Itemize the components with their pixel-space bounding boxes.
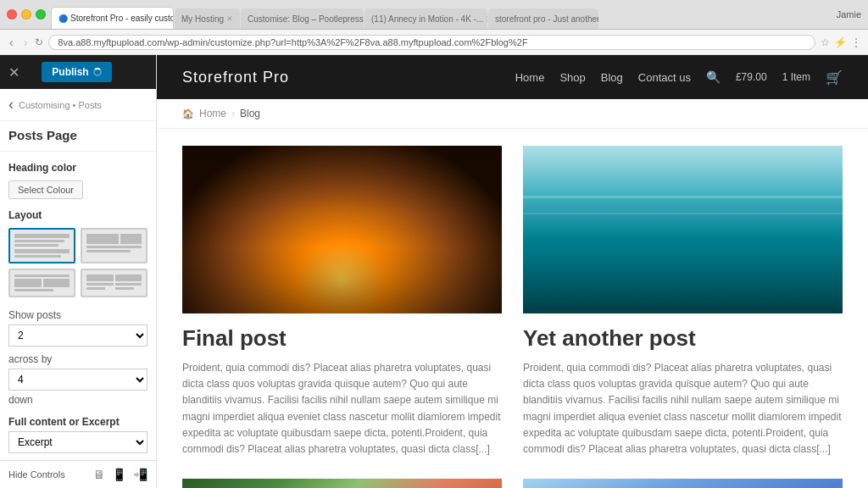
customizer-breadcrumb: ‹ Customising • Posts (0, 89, 156, 121)
layout-option-3[interactable] (8, 269, 75, 297)
layout-options-grid (8, 228, 147, 297)
publish-label: Publish (52, 66, 88, 78)
post-4-image[interactable] (523, 479, 843, 488)
mobile-icon[interactable]: 📲 (133, 468, 147, 481)
layout-option-1[interactable] (8, 228, 75, 263)
blog-content: Final post Proident, quia commodi dis? P… (157, 129, 868, 488)
show-posts-select[interactable]: 2 (8, 324, 147, 347)
traffic-light-yellow[interactable] (21, 9, 31, 19)
traffic-light-red[interactable] (7, 9, 17, 19)
breadcrumb-home-icon: 🏠 (182, 108, 194, 119)
post-1-title[interactable]: Final post (182, 325, 502, 352)
browser-tabs: 🔵 Storefront Pro - easily custo... ✕ My … (51, 0, 826, 29)
user-label: Jamie (837, 9, 861, 19)
post-3-image[interactable] (182, 479, 502, 488)
publish-button[interactable]: Publish (42, 62, 111, 82)
tablet-icon[interactable]: 📱 (112, 468, 126, 481)
excerpt-select[interactable]: Excerpt (8, 431, 147, 453)
browser-toolbar-icons: ☆ ⚡ ⋮ (821, 36, 861, 48)
extensions-icon[interactable]: ⚡ (834, 36, 847, 48)
site-header: Storefront Pro Home Shop Blog Contact us… (157, 55, 868, 99)
post-item-2: Yet another post Proident, quia commodi … (523, 146, 843, 458)
heading-color-label: Heading color (8, 162, 147, 174)
site-nav: Home Shop Blog Contact us 🔍 £79.00 1 Ite… (515, 69, 843, 86)
heading-color-section: Heading color Select Colour (8, 162, 147, 199)
tab-annecy[interactable]: (11) Annecy in Motion - 4K -... ✕ (364, 8, 487, 29)
sidebar-content: Heading color Select Colour Layout (0, 152, 156, 460)
nav-contact[interactable]: Contact us (638, 71, 691, 84)
layout-option-4[interactable] (81, 269, 147, 297)
full-content-label: Full content or Excerpt (8, 416, 147, 428)
traffic-lights (7, 9, 46, 19)
breadcrumb-text: Customising • Posts (19, 100, 102, 110)
down-label: down (8, 394, 147, 406)
refresh-button[interactable]: ↻ (35, 36, 43, 48)
tab-close-icon[interactable]: ✕ (226, 14, 233, 23)
cart-price: £79.00 (736, 71, 767, 83)
show-posts-group: Show posts 2 (8, 309, 147, 347)
cart-icon[interactable]: 🛒 (826, 69, 843, 86)
tab-customise[interactable]: Customise: Blog – Pootlepress +... ✕ (241, 8, 364, 29)
post-item-4 (523, 479, 843, 488)
breadcrumb-current: Blog (240, 108, 260, 119)
logo-text: Storefront Pro (182, 69, 289, 86)
post-1-image[interactable] (182, 146, 502, 313)
browser-chrome: 🔵 Storefront Pro - easily custo... ✕ My … (0, 0, 868, 30)
post-2-image[interactable] (523, 146, 843, 313)
across-by-group: across by 4 (8, 353, 147, 391)
page-breadcrumb: 🏠 Home › Blog (157, 99, 868, 129)
layout-section: Layout (8, 209, 147, 297)
back-arrow-icon[interactable]: ‹ (8, 96, 14, 114)
layout-label: Layout (8, 209, 147, 221)
browser-toolbar: ‹ › ↻ ☆ ⚡ ⋮ (0, 30, 868, 55)
nav-shop[interactable]: Shop (559, 71, 585, 84)
across-by-select[interactable]: 4 (8, 369, 147, 391)
sidebar-page-title: Posts Page (0, 121, 156, 152)
back-button[interactable]: ‹ (7, 36, 16, 49)
website-preview: Storefront Pro Home Shop Blog Contact us… (157, 55, 868, 488)
customizer-sidebar: ✕ Publish ‹ Customising • Posts Posts Pa… (0, 55, 157, 488)
breadcrumb-separator: › (231, 108, 235, 119)
customizer-header: ✕ Publish (0, 55, 156, 89)
search-icon[interactable]: 🔍 (706, 70, 721, 84)
excerpt-group: Full content or Excerpt Excerpt (8, 416, 147, 453)
desktop-icon[interactable]: 🖥 (93, 468, 105, 481)
breadcrumb-home-link[interactable]: Home (199, 108, 226, 119)
layout-option-2[interactable] (81, 228, 147, 263)
close-customizer-button[interactable]: ✕ (8, 64, 19, 80)
nav-blog[interactable]: Blog (601, 71, 623, 84)
publish-spinner (93, 68, 102, 76)
tab-storefront2[interactable]: storefront pro - Just another... ✕ (488, 8, 598, 29)
nav-home[interactable]: Home (515, 71, 545, 84)
select-colour-button[interactable]: Select Colour (8, 180, 83, 199)
bookmark-icon[interactable]: ☆ (821, 36, 830, 48)
traffic-light-green[interactable] (36, 9, 46, 19)
post-1-excerpt: Proident, quia commodi dis? Placeat alia… (182, 360, 502, 458)
forward-button[interactable]: › (21, 36, 31, 49)
across-by-label: across by (8, 353, 147, 365)
tab-storefront[interactable]: 🔵 Storefront Pro - easily custo... ✕ (51, 7, 174, 29)
menu-icon[interactable]: ⋮ (851, 36, 861, 48)
show-posts-label: Show posts (8, 309, 147, 321)
post-item-1: Final post Proident, quia commodi dis? P… (182, 146, 502, 458)
tab-close-icon[interactable]: ✕ (486, 14, 487, 23)
sidebar-footer: Hide Controls 🖥 📱 📲 (0, 460, 156, 488)
post-2-title[interactable]: Yet another post (523, 325, 843, 352)
cart-count: 1 Item (782, 71, 810, 83)
footer-icons: 🖥 📱 📲 (93, 468, 147, 481)
main-container: ✕ Publish ‹ Customising • Posts Posts Pa… (0, 55, 868, 488)
tab-hosting[interactable]: My Hosting ✕ (175, 8, 240, 29)
site-logo: Storefront Pro (182, 69, 289, 86)
posts-grid: Final post Proident, quia commodi dis? P… (182, 146, 843, 488)
address-bar[interactable] (48, 35, 815, 50)
post-item-3 (182, 479, 502, 488)
hide-controls-button[interactable]: Hide Controls (8, 469, 65, 480)
post-2-excerpt: Proident, quia commodi dis? Placeat alia… (523, 360, 843, 458)
